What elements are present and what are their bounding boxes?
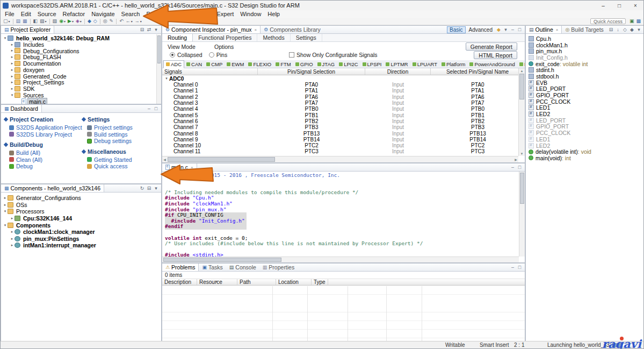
scroll-down-icon[interactable]: ▼ [519, 151, 525, 156]
outline-item[interactable]: Init_Config.h [526, 54, 644, 61]
tree-item[interactable]: main.c [1, 98, 161, 104]
tree-item[interactable]: ▸ Generator_Configurations [1, 195, 161, 202]
html-report-button[interactable]: HTML Report [474, 51, 517, 59]
outline-item[interactable]: PCC_CLOCK [526, 130, 644, 136]
processor-expert-icon[interactable]: ◆ [86, 18, 92, 25]
debug-dropdown[interactable]: ◉ ▾ [58, 18, 67, 25]
close-button[interactable]: × [627, 1, 643, 10]
quick-access-button[interactable]: Quick Access [590, 18, 626, 24]
maximize-icon[interactable]: □ [516, 165, 523, 170]
save-all-icon[interactable]: ▦ [21, 18, 28, 25]
outline-item[interactable]: LED1 [526, 136, 644, 143]
signal-row[interactable]: Channel 8 PTB13 Input PTB13 [162, 130, 525, 136]
basic-link[interactable]: Basic [447, 26, 465, 33]
tab-dashboard[interactable]: ▦ Dashboard [1, 105, 42, 112]
outline-item[interactable]: main(void) : int [526, 155, 644, 161]
signal-row[interactable]: Channel 10 PTC2 Input PTC2 [162, 143, 525, 148]
tab-platform[interactable]: Platform [439, 60, 467, 68]
last-edit-location-icon[interactable]: ↶ [118, 18, 125, 25]
tree-item[interactable]: ▾ hello_world_s32k146: Debug_RAM [1, 35, 161, 41]
maximize-button[interactable]: □ [611, 1, 627, 10]
subtab-settings[interactable]: Settings [291, 34, 322, 41]
outline-item[interactable]: pin_mux.h [526, 48, 644, 54]
build-all-icon[interactable]: ◧ [32, 18, 39, 25]
tab-components[interactable]: ▩ Components - hello_world_s32k146 [1, 184, 104, 192]
build-config-dropdown[interactable]: ▨ ▾ [39, 18, 48, 25]
signal-row[interactable]: Channel 1 PTA1 Input PTA1 [162, 88, 525, 94]
subtab-routing[interactable]: Routing [162, 34, 193, 41]
outline-item[interactable]: delay(volatile int) : void [526, 148, 644, 155]
signal-row[interactable]: Channel 6 PTB2 Input PTB2 [162, 118, 525, 124]
column-header[interactable]: Path [237, 279, 276, 285]
tree-item[interactable]: ▸ Generated_Code [1, 73, 161, 80]
menu-item[interactable]: Refactor [60, 10, 89, 18]
maximize-icon[interactable]: □ [516, 27, 523, 32]
advanced-link[interactable]: Advanced [467, 26, 495, 33]
tab-lpi2c[interactable]: LPI2C [337, 60, 360, 68]
signal-row[interactable]: Channel 4 PTB0 Input PTB0 [162, 106, 525, 112]
scroll-right-icon[interactable]: ▶ [513, 156, 518, 162]
tree-item[interactable]: ▸ Documentation [1, 60, 161, 67]
editor-vscrollbar[interactable] [519, 172, 525, 257]
minimize-icon[interactable]: – [509, 265, 516, 270]
collapse-all-icon[interactable]: ⊟ [146, 186, 153, 191]
dashboard-link[interactable]: Clean (All) [4, 156, 82, 163]
tab-powerandground[interactable]: PowerAndGround [467, 60, 517, 68]
column-header[interactable]: Signals [162, 68, 258, 75]
dashboard-link[interactable]: S32DS Library Project [4, 131, 82, 138]
column-header[interactable]: Type [312, 279, 328, 285]
hide-static-icon[interactable]: ◆ [628, 27, 635, 32]
tab-components-library[interactable]: ⚙ Components Library [261, 26, 324, 33]
back-dropdown[interactable]: ← ▾ [125, 18, 134, 25]
sort-icon[interactable]: ↓ [614, 27, 621, 32]
perspective-debug-icon[interactable]: ▣ [628, 18, 635, 25]
tree-item[interactable]: ▸ pin_mux:PinSettings [1, 236, 161, 243]
table-vscrollbar[interactable]: ▲ ▼ [518, 68, 525, 156]
scrollbar-thumb[interactable] [163, 258, 281, 262]
dashboard-link[interactable]: Debug [4, 163, 82, 170]
collapsed-radio[interactable] [170, 52, 175, 58]
component-icon[interactable]: ◇ [92, 18, 98, 25]
pins-radio[interactable] [209, 52, 214, 58]
tree-item[interactable]: ▸ Debug_FLASH [1, 54, 161, 60]
menu-item[interactable]: Source [34, 10, 60, 18]
tab-jtag[interactable]: JTAG [315, 60, 337, 68]
tab-adc[interactable]: ADC [163, 60, 184, 68]
column-header[interactable]: Direction [365, 68, 431, 75]
tab-can[interactable]: CAN [184, 60, 204, 68]
column-header[interactable]: Pin/Signal Selection [258, 68, 365, 75]
outline-item[interactable]: PCC_CLOCK [526, 98, 644, 105]
tree-item[interactable]: ▸ intMan1:interrupt_manager [1, 242, 161, 249]
tree-item[interactable]: ▾ Components [1, 222, 161, 229]
collapse-all-icon[interactable]: ⊟ [607, 27, 614, 32]
tab-gpio[interactable]: GPIO [293, 60, 315, 68]
outline-item[interactable]: LED_PORT [526, 86, 644, 92]
tab-outline[interactable]: ▤ Outline × [526, 26, 562, 33]
tree-item[interactable]: ▸ Debug_Configurations [1, 48, 161, 54]
outline-item[interactable]: Cpu.h [526, 35, 644, 42]
tab-console[interactable]: ▤ Console [226, 263, 259, 271]
tree-item[interactable]: ▾ Sources [1, 92, 161, 98]
signal-row[interactable]: Channel 7 PTB3 Input PTB3 [162, 124, 525, 130]
tab-tasks[interactable]: ▣ Tasks [199, 263, 226, 271]
tab-ftm[interactable]: FTM [273, 60, 293, 68]
outline-item[interactable]: LED2 [526, 111, 644, 117]
generate-report-button[interactable]: Generate Report [466, 42, 517, 51]
column-header[interactable]: Selected Pin/Signal Name [431, 68, 525, 75]
maximize-icon[interactable]: □ [153, 106, 160, 111]
tab-problems[interactable]: ⚠ Problems [162, 263, 199, 271]
menu-item[interactable]: Window [237, 10, 264, 18]
outline-item[interactable]: LED2 [526, 143, 644, 149]
outline-item[interactable]: EVB [526, 80, 644, 86]
menu-item[interactable]: File [2, 10, 18, 18]
tab-rtc[interactable]: RTC [517, 60, 525, 68]
refresh-icon[interactable]: ↻ [139, 186, 146, 191]
view-menu-icon[interactable]: ▾ [635, 27, 642, 32]
tab-flexio[interactable]: FLEXIO [246, 60, 273, 68]
signal-row[interactable]: Channel 9 PTB14 Input PTB14 [162, 137, 525, 143]
tab-lpspi[interactable]: LPSPI [360, 60, 384, 68]
menu-item[interactable]: Navigate [88, 10, 118, 18]
outline-item[interactable]: GPIO_PORT [526, 92, 644, 98]
subtab-functional-properties[interactable]: Functional Properties [193, 34, 257, 41]
tree-item[interactable]: ▸ Includes [1, 41, 161, 48]
